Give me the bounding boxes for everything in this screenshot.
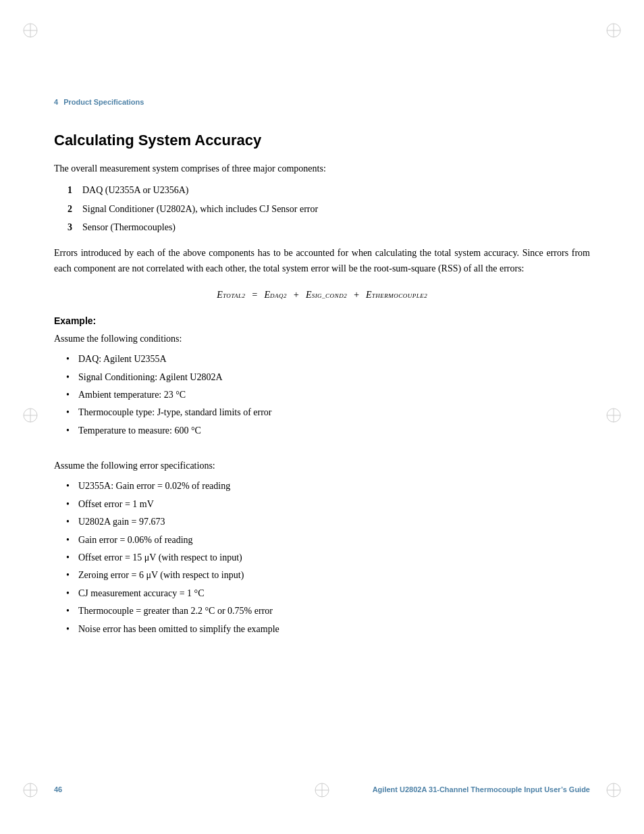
corner-mark-tl bbox=[20, 20, 41, 41]
chapter-label: 4 Product Specifications bbox=[54, 98, 590, 106]
list-item: • Thermocouple = greater than 2.2 °C or … bbox=[66, 604, 590, 619]
bullet-icon: • bbox=[66, 622, 73, 637]
bullet-icon: • bbox=[66, 586, 73, 601]
bullet-icon: • bbox=[66, 568, 73, 583]
list-item: 1 DAQ (U2355A or U2356A) bbox=[68, 183, 590, 198]
corner-mark-tr bbox=[603, 20, 624, 41]
list-item: • Noise error has been omitted to simpli… bbox=[66, 622, 590, 637]
condition-1: DAQ: Agilent U2355A bbox=[78, 352, 167, 367]
condition-5: Temperature to measure: 600 °C bbox=[78, 423, 201, 438]
numbered-list: 1 DAQ (U2355A or U2356A) 2 Signal Condit… bbox=[68, 183, 590, 235]
error-spec-3: U2802A gain = 97.673 bbox=[78, 515, 165, 529]
main-content: Calculating System Accuracy The overall … bbox=[54, 132, 590, 646]
conditions-intro: Assume the following conditions: bbox=[54, 332, 590, 346]
bullet-icon: • bbox=[66, 515, 73, 529]
bullet-icon: • bbox=[66, 370, 73, 385]
example-label: Example: bbox=[54, 315, 590, 326]
list-item: • U2802A gain = 97.673 bbox=[66, 515, 590, 529]
formula-equals: = bbox=[249, 290, 260, 301]
error-spec-1: U2355A: Gain error = 0.02% of reading bbox=[78, 479, 230, 494]
bullet-icon: • bbox=[66, 497, 73, 512]
condition-2: Signal Conditioning: Agilent U2802A bbox=[78, 370, 223, 385]
chapter-number: 4 bbox=[54, 98, 58, 106]
bullet-icon: • bbox=[66, 550, 73, 565]
condition-3: Ambient temperature: 23 °C bbox=[78, 388, 186, 402]
error-spec-9: Noise error has been omitted to simplify… bbox=[78, 622, 279, 637]
page: 4 Product Specifications Calculating Sys… bbox=[0, 0, 644, 834]
error-spec-6: Zeroing error = 6 μV (with respect to in… bbox=[78, 568, 244, 583]
error-spec-5: Offset error = 15 μV (with respect to in… bbox=[78, 550, 242, 565]
page-header: 4 Product Specifications bbox=[54, 98, 590, 106]
list-item-2-text: Signal Conditioner (U2802A), which inclu… bbox=[82, 202, 318, 217]
list-item: • DAQ: Agilent U2355A bbox=[66, 352, 590, 367]
bullet-icon: • bbox=[66, 479, 73, 494]
formula-container: ETOTAL2 = EDAQ2 + ESIG_COND2 + ETHERMOCO… bbox=[54, 290, 590, 301]
list-item: 3 Sensor (Thermocouples) bbox=[68, 220, 590, 235]
page-footer: 46 Agilent U2802A 31-Channel Thermocoupl… bbox=[54, 785, 590, 793]
formula-edaq: EDAQ2 bbox=[265, 290, 287, 301]
error-specs-list: • U2355A: Gain error = 0.02% of reading … bbox=[66, 479, 590, 637]
corner-mark-br bbox=[603, 780, 624, 800]
corner-mark-mr bbox=[603, 405, 624, 425]
bullet-icon: • bbox=[66, 423, 73, 438]
formula: ETOTAL2 = EDAQ2 + ESIG_COND2 + ETHERMOCO… bbox=[217, 290, 427, 301]
list-item: 2 Signal Conditioner (U2802A), which inc… bbox=[68, 202, 590, 217]
section-title: Calculating System Accuracy bbox=[54, 132, 590, 149]
error-paragraph: Errors introduced by each of the above c… bbox=[54, 245, 590, 276]
list-num-3: 3 bbox=[68, 220, 77, 235]
corner-mark-bl bbox=[20, 780, 41, 800]
formula-etotal: ETOTAL2 bbox=[217, 290, 245, 301]
list-item: • Temperature to measure: 600 °C bbox=[66, 423, 590, 438]
list-item: • Thermocouple type: J-type, standard li… bbox=[66, 405, 590, 420]
list-item: • Zeroing error = 6 μV (with respect to … bbox=[66, 568, 590, 583]
chapter-title-header: Product Specifications bbox=[63, 98, 144, 106]
error-specs-intro: Assume the following error specification… bbox=[54, 459, 590, 473]
list-item: • Gain error = 0.06% of reading bbox=[66, 533, 590, 548]
list-item: • Ambient temperature: 23 °C bbox=[66, 388, 590, 402]
bullet-icon: • bbox=[66, 533, 73, 548]
error-spec-7: CJ measurement accuracy = 1 °C bbox=[78, 586, 204, 601]
condition-4: Thermocouple type: J-type, standard limi… bbox=[78, 405, 272, 420]
formula-esigcond: ESIG_COND2 bbox=[306, 290, 347, 301]
bullet-icon: • bbox=[66, 405, 73, 420]
formula-plus2: + bbox=[351, 290, 362, 301]
list-item: • CJ measurement accuracy = 1 °C bbox=[66, 586, 590, 601]
bullet-icon: • bbox=[66, 388, 73, 402]
page-number: 46 bbox=[54, 785, 62, 793]
corner-mark-ml bbox=[20, 405, 41, 425]
formula-ethermocouple: ETHERMOCOUPLE2 bbox=[366, 290, 427, 301]
list-num-1: 1 bbox=[68, 183, 77, 198]
list-item: • Offset error = 1 mV bbox=[66, 497, 590, 512]
bullet-icon: • bbox=[66, 604, 73, 619]
bullet-icon: • bbox=[66, 352, 73, 367]
list-item-1-text: DAQ (U2355A or U2356A) bbox=[82, 183, 189, 198]
list-num-2: 2 bbox=[68, 202, 77, 217]
conditions-list: • DAQ: Agilent U2355A • Signal Condition… bbox=[66, 352, 590, 438]
list-item: • Offset error = 15 μV (with respect to … bbox=[66, 550, 590, 565]
list-item-3-text: Sensor (Thermocouples) bbox=[82, 220, 176, 235]
formula-plus1: + bbox=[291, 290, 302, 301]
list-item: • U2355A: Gain error = 0.02% of reading bbox=[66, 479, 590, 494]
error-spec-2: Offset error = 1 mV bbox=[78, 497, 154, 512]
error-spec-4: Gain error = 0.06% of reading bbox=[78, 533, 193, 548]
list-item: • Signal Conditioning: Agilent U2802A bbox=[66, 370, 590, 385]
guide-title: Agilent U2802A 31-Channel Thermocouple I… bbox=[373, 785, 590, 793]
error-spec-8: Thermocouple = greater than 2.2 °C or 0.… bbox=[78, 604, 273, 619]
intro-paragraph: The overall measurement system comprises… bbox=[54, 161, 590, 176]
